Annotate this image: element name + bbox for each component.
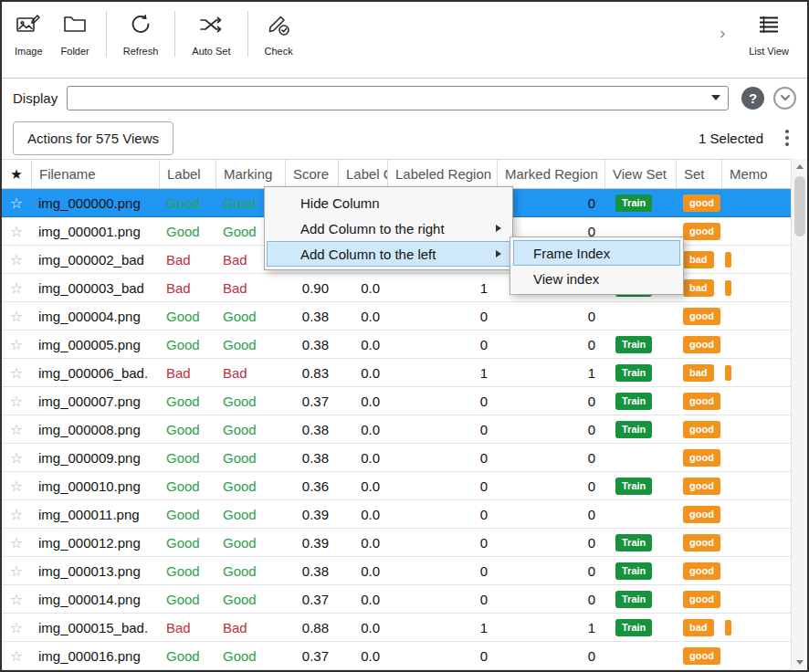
cell-marking: Good <box>215 592 285 607</box>
cell-filename: img_000016.png <box>31 648 159 664</box>
cell-label-count: 0.0 <box>338 620 387 635</box>
column-header-filename[interactable]: Filename <box>31 160 159 188</box>
collapse-chevron-button[interactable] <box>773 87 796 110</box>
submenu-item-view-index[interactable]: View index <box>513 266 680 291</box>
image-button[interactable]: Image <box>5 9 52 57</box>
star-icon[interactable]: ☆ <box>10 194 23 212</box>
cell-label: Good <box>159 309 215 324</box>
cell-set: bad <box>676 363 721 381</box>
cell-set: good <box>676 307 721 324</box>
table-row[interactable]: ☆ img_000013.png Good Good 0.38 0.0 0 0 … <box>2 557 791 585</box>
table-row[interactable]: ☆ img_000016.png Good Good 0.37 0.0 0 0 … <box>2 642 791 670</box>
cell-label: Bad <box>159 620 215 635</box>
cell-marking: Good <box>215 337 285 352</box>
auto-set-button[interactable]: Auto Set <box>183 9 239 57</box>
table-row[interactable]: ☆ img_000009.png Good Good 0.38 0.0 0 0 … <box>2 444 791 472</box>
star-icon[interactable]: ☆ <box>10 279 23 297</box>
column-header-view-set[interactable]: View Set <box>604 160 676 188</box>
cell-filename: img_000007.png <box>31 394 159 409</box>
star-icon[interactable]: ☆ <box>10 308 23 325</box>
cell-set: good <box>676 194 721 211</box>
table-row[interactable]: ☆ img_000010.png Good Good 0.36 0.0 0 0 … <box>2 472 791 500</box>
cell-label-count: 0.0 <box>338 365 387 381</box>
star-icon[interactable]: ☆ <box>10 251 23 268</box>
toolbar-right: › List View <box>720 9 798 57</box>
menu-item-add-column-left[interactable]: Add Column to the left <box>267 241 510 267</box>
table-row[interactable]: ☆ img_000011.png Good Good 0.39 0.0 0 0 … <box>2 500 791 529</box>
table-row[interactable]: ☆ img_000014.png Good Good 0.37 0.0 0 0 … <box>2 585 791 614</box>
set-badge: bad <box>683 251 714 268</box>
menu-item-add-column-right[interactable]: Add Column to the right <box>267 215 510 241</box>
star-icon[interactable]: ☆ <box>10 364 23 382</box>
display-combobox[interactable] <box>67 86 729 110</box>
check-button-label: Check <box>265 46 293 57</box>
set-badge: good <box>683 449 720 466</box>
cell-marking: Good <box>215 394 285 409</box>
toolbar-overflow-chevron[interactable]: › <box>720 24 725 43</box>
cell-labeled-region: 0 <box>387 648 497 664</box>
set-badge: good <box>683 194 720 211</box>
help-button[interactable]: ? <box>741 87 764 110</box>
star-icon[interactable]: ☆ <box>10 421 23 438</box>
vertical-scrollbar[interactable] <box>791 159 807 670</box>
train-badge: Train <box>615 393 652 409</box>
column-header-marked-region[interactable]: Marked Region <box>497 160 604 188</box>
star-icon[interactable]: ☆ <box>10 506 23 523</box>
column-header-label-count[interactable]: Label C <box>338 160 387 188</box>
star-icon[interactable]: ☆ <box>10 591 23 608</box>
folder-icon <box>61 11 89 38</box>
scroll-up-button[interactable] <box>792 159 807 174</box>
cell-marked-region: 1 <box>497 365 604 381</box>
star-icon[interactable]: ☆ <box>10 647 23 665</box>
column-header-memo[interactable]: Memo <box>721 160 791 188</box>
cell-label: Good <box>159 394 215 409</box>
check-button[interactable]: Check <box>256 9 302 57</box>
kebab-menu-icon[interactable] <box>783 128 791 148</box>
column-header-set[interactable]: Set <box>676 160 721 188</box>
star-icon[interactable]: ☆ <box>10 336 23 353</box>
table-row[interactable]: ☆ img_000007.png Good Good 0.37 0.0 0 0 … <box>2 387 791 415</box>
cell-filename: img_000008.png <box>31 422 159 437</box>
menu-item-hide-column[interactable]: Hide Column <box>267 190 510 215</box>
cell-view-set: Train <box>604 420 676 437</box>
star-icon[interactable]: ☆ <box>10 619 23 636</box>
star-icon[interactable]: ☆ <box>10 449 23 467</box>
star-icon[interactable]: ☆ <box>10 562 23 580</box>
column-header-label[interactable]: Label <box>159 160 215 188</box>
cell-label: Good <box>159 592 215 607</box>
star-icon[interactable]: ☆ <box>10 534 23 551</box>
table-row[interactable]: ☆ img_000004.png Good Good 0.38 0.0 0 0 … <box>2 302 791 331</box>
cell-view-set: Train <box>604 335 676 352</box>
refresh-button[interactable]: Refresh <box>114 9 168 57</box>
set-badge: good <box>683 647 720 664</box>
table-row[interactable]: ☆ img_000006_bad. Bad Bad 0.83 0.0 1 1 T… <box>2 359 791 387</box>
column-header-score[interactable]: Score <box>285 160 338 188</box>
table-row[interactable]: ☆ img_000015_bad. Bad Bad 0.88 0.0 1 1 T… <box>2 614 791 642</box>
star-icon[interactable]: ☆ <box>10 223 23 240</box>
cell-label-count: 0.0 <box>338 592 387 607</box>
column-header-labeled-region[interactable]: Labeled Region <box>387 160 497 188</box>
actions-button[interactable]: Actions for 575 Views <box>13 121 173 155</box>
cell-label: Good <box>159 507 215 522</box>
cell-label-count: 0.0 <box>338 337 387 352</box>
check-icon <box>265 11 292 38</box>
app-window: Image Folder Refresh <box>0 0 809 672</box>
list-view-button[interactable]: List View <box>740 9 798 57</box>
folder-button[interactable]: Folder <box>52 9 99 57</box>
cell-labeled-region: 1 <box>387 365 497 381</box>
table-row[interactable]: ☆ img_000008.png Good Good 0.38 0.0 0 0 … <box>2 415 791 444</box>
scroll-down-button[interactable] <box>792 655 807 670</box>
star-icon[interactable]: ☆ <box>10 478 23 495</box>
star-column-header[interactable]: ★ <box>2 160 31 188</box>
cell-filename: img_000003_bad <box>31 280 159 296</box>
table-row[interactable]: ☆ img_000012.png Good Good 0.39 0.0 0 0 … <box>2 529 791 557</box>
combobox-dropdown-arrow[interactable] <box>704 87 728 110</box>
cell-score: 0.37 <box>285 394 338 409</box>
submenu-item-frame-index[interactable]: Frame Index <box>513 240 680 266</box>
star-icon[interactable]: ☆ <box>10 393 23 410</box>
column-header-marking[interactable]: Marking <box>215 160 285 188</box>
table-row[interactable]: ☆ img_000005.png Good Good 0.38 0.0 0 0 … <box>2 331 791 359</box>
set-badge: good <box>683 534 720 551</box>
cell-view-set: Train <box>604 618 676 635</box>
scrollbar-thumb[interactable] <box>794 176 805 236</box>
